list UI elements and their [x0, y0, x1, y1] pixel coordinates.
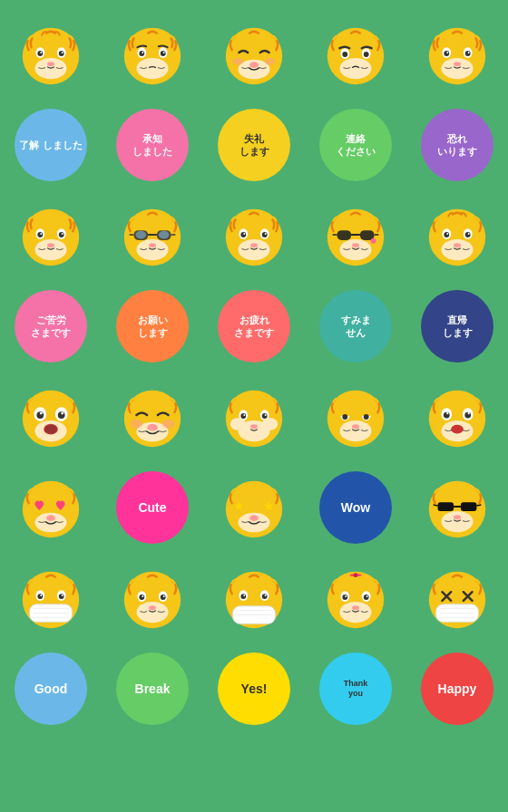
cell-r3c5[interactable]	[406, 190, 508, 281]
cell-r1c4[interactable]	[305, 9, 406, 100]
svg-point-36	[249, 62, 259, 68]
svg-rect-230	[461, 502, 477, 511]
cell-r4c2[interactable]: お願いします	[102, 281, 203, 372]
cell-r3c1[interactable]	[0, 190, 102, 281]
svg-point-27	[163, 52, 165, 53]
badge-ryokai: 了解 しました	[15, 109, 87, 181]
svg-point-275	[243, 594, 245, 596]
tiger-sticker-angry	[320, 19, 391, 90]
svg-point-188	[364, 414, 369, 420]
cell-r3c2[interactable]	[102, 190, 203, 281]
cell-r8c3[interactable]: Yes!	[203, 643, 305, 734]
svg-point-276	[265, 594, 267, 596]
cell-r2c1[interactable]: 了解 しました	[0, 100, 102, 190]
tiger-sticker-happy	[219, 19, 289, 90]
svg-point-203	[451, 425, 464, 434]
cell-r2c5[interactable]: 恐れいります	[406, 100, 508, 190]
cell-r7c5[interactable]	[406, 553, 508, 643]
cell-r5c2[interactable]	[102, 372, 203, 462]
cell-r1c1[interactable]	[0, 9, 102, 100]
badge-thankyou: Thankyou	[319, 652, 392, 725]
svg-point-103	[262, 232, 268, 237]
svg-point-48	[342, 52, 347, 57]
svg-point-289	[342, 594, 347, 600]
cell-r5c1[interactable]	[0, 372, 102, 462]
cell-r2c4[interactable]: 連絡ください	[305, 100, 406, 190]
cell-r4c5[interactable]: 直帰します	[406, 281, 508, 372]
svg-point-11	[40, 52, 42, 53]
cell-r5c3[interactable]	[203, 372, 305, 462]
svg-point-25	[161, 51, 166, 56]
cell-r6c1[interactable]	[0, 462, 102, 553]
tiger-sticker-normal2	[422, 19, 493, 90]
svg-point-157	[147, 424, 158, 431]
svg-point-132	[446, 233, 448, 235]
sticker-grid: 了解 しました 承知しました 失礼します 連絡ください 恐れいります	[0, 0, 508, 743]
cell-r6c2[interactable]: Cute	[102, 462, 203, 553]
svg-point-21	[136, 58, 168, 79]
cell-r1c3[interactable]	[203, 9, 305, 100]
badge-break: Break	[116, 652, 189, 725]
cell-r2c3[interactable]: 失礼します	[203, 100, 305, 190]
tiger-sticker-happy2	[117, 382, 188, 452]
svg-point-173	[230, 418, 247, 430]
badge-cute: Cute	[116, 471, 189, 544]
cell-r8c1[interactable]: Good	[0, 643, 102, 734]
cell-r4c4[interactable]: すみません	[305, 281, 406, 372]
cell-r8c5[interactable]: Happy	[406, 643, 508, 734]
svg-point-290	[364, 594, 369, 600]
tiger-sticker-stripe	[422, 200, 493, 271]
tiger-sticker-bow	[320, 563, 391, 633]
cell-r8c2[interactable]: Break	[102, 643, 203, 734]
badge-gokuro: ご苦労さまです	[15, 290, 87, 362]
cell-r3c3[interactable]	[203, 190, 305, 281]
svg-point-59	[444, 51, 449, 56]
svg-point-169	[240, 413, 246, 419]
cell-r6c4[interactable]: Wow	[305, 462, 406, 553]
cell-r1c2[interactable]	[102, 9, 203, 100]
badge-good: Good	[15, 652, 87, 725]
svg-point-149	[44, 425, 57, 434]
svg-point-73	[37, 232, 43, 237]
cell-r7c3[interactable]	[203, 553, 305, 643]
tiger-sticker	[15, 19, 86, 90]
cell-r1c5[interactable]	[406, 9, 508, 100]
tiger-sticker-sleepy	[320, 382, 391, 452]
svg-point-158	[131, 420, 143, 429]
svg-point-45	[339, 58, 371, 79]
badge-chokki: 直帰します	[421, 290, 493, 362]
svg-line-233	[476, 505, 481, 506]
cell-r5c5[interactable]	[406, 372, 508, 462]
cell-r4c3[interactable]: お疲れさまです	[203, 281, 305, 372]
svg-point-244	[59, 594, 64, 599]
cell-r4c1[interactable]: ご苦労さまです	[0, 281, 102, 372]
svg-point-262	[142, 595, 143, 597]
svg-point-102	[240, 232, 246, 237]
cell-r2c2[interactable]: 承知しました	[102, 100, 203, 190]
cell-r6c3[interactable]: ★ ★	[203, 462, 305, 553]
svg-point-221	[249, 515, 259, 521]
svg-point-147	[61, 412, 64, 415]
cell-r6c5[interactable]	[406, 462, 508, 553]
cell-r7c1[interactable]	[0, 553, 102, 643]
svg-point-90	[135, 231, 146, 239]
svg-text:★: ★	[233, 499, 245, 513]
cell-r5c4[interactable]	[305, 372, 406, 462]
svg-point-10	[59, 51, 64, 56]
tiger-sticker-r3c1	[15, 200, 86, 271]
tiger-sticker-mask3	[422, 563, 493, 633]
svg-point-134	[454, 243, 461, 247]
cell-r8c4[interactable]: Thankyou	[305, 643, 406, 734]
svg-point-171	[243, 414, 245, 416]
badge-renraku: 連絡ください	[319, 109, 392, 181]
svg-point-91	[159, 231, 170, 239]
svg-point-62	[468, 52, 470, 53]
svg-point-133	[468, 233, 470, 235]
cell-r7c2[interactable]	[102, 553, 203, 643]
cell-r7c4[interactable]	[305, 553, 406, 643]
badge-shochi: 承知しました	[116, 109, 189, 181]
svg-point-159	[162, 420, 175, 429]
cell-r3c4[interactable]	[305, 190, 406, 281]
tiger-sticker-worried	[117, 19, 188, 90]
svg-point-291	[345, 595, 347, 597]
